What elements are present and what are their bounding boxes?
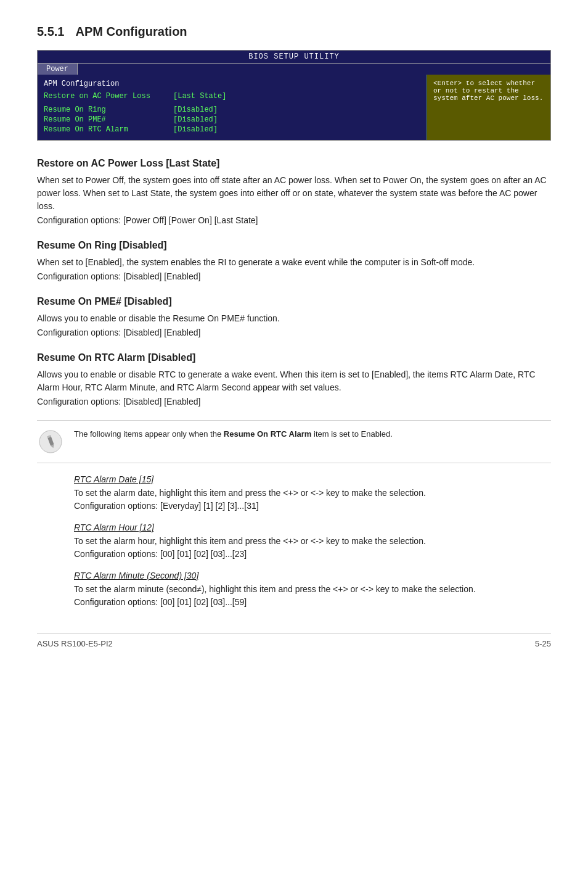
bios-section-label: APM Configuration: [44, 80, 420, 88]
bios-row-3[interactable]: Resume On RTC Alarm [Disabled]: [44, 125, 420, 134]
bios-row-1[interactable]: Resume On Ring [Disabled]: [44, 105, 420, 114]
rtc-alarm-hour-config: Configuration options: [00] [01] [02] [0…: [74, 548, 551, 561]
resume-ring-body: When set to [Enabled], the system enable…: [37, 256, 551, 269]
bios-row-1-label: Resume On Ring: [44, 105, 167, 114]
note-text-before: The following items appear only when the: [74, 429, 224, 439]
note-icon: [37, 428, 64, 455]
bios-setup-box: BIOS SETUP UTILITY Power APM Configurati…: [37, 50, 551, 141]
page-footer: ASUS RS100-E5-PI2 5-25: [37, 633, 551, 648]
bios-left-panel: APM Configuration Restore on AC Power Lo…: [38, 75, 427, 140]
footer-left: ASUS RS100-E5-PI2: [37, 639, 113, 648]
bios-row-3-label: Resume On RTC Alarm: [44, 125, 167, 134]
bios-right-panel: <Enter> to select whether or not to rest…: [427, 75, 550, 140]
section-resume-rtc: Resume On RTC Alarm [Disabled] Allows yo…: [37, 352, 551, 406]
section-resume-ring: Resume On Ring [Disabled] When set to [E…: [37, 240, 551, 281]
rtc-alarm-minute-title: RTC Alarm Minute (Second) [30]: [74, 571, 551, 580]
section-number: 5.5.1: [37, 25, 64, 39]
note-bold: Resume On RTC Alarm: [224, 429, 312, 439]
bios-header: BIOS SETUP UTILITY: [38, 51, 550, 63]
rtc-alarm-hour-body: To set the alarm hour, highlight this it…: [74, 535, 551, 548]
resume-pme-title: Resume On PME# [Disabled]: [37, 296, 551, 307]
bios-row-0-label: Restore on AC Power Loss: [44, 92, 167, 101]
bios-row-2-value: [Disabled]: [173, 115, 218, 124]
footer-right: 5-25: [535, 639, 551, 648]
sub-item-rtc-minute: RTC Alarm Minute (Second) [30] To set th…: [74, 571, 551, 609]
rtc-alarm-date-title: RTC Alarm Date [15]: [74, 474, 551, 484]
note-text-content: The following items appear only when the…: [74, 428, 393, 440]
resume-pme-body: Allows you to enable or disable the Resu…: [37, 312, 551, 325]
bios-row-2[interactable]: Resume On PME# [Disabled]: [44, 115, 420, 124]
resume-ring-title: Resume On Ring [Disabled]: [37, 240, 551, 251]
section-resume-pme: Resume On PME# [Disabled] Allows you to …: [37, 296, 551, 337]
pencil-icon: [38, 429, 63, 454]
rtc-alarm-hour-title: RTC Alarm Hour [12]: [74, 522, 551, 532]
sub-item-rtc-hour: RTC Alarm Hour [12] To set the alarm hou…: [74, 522, 551, 561]
restore-ac-config: Configuration options: [Power Off] [Powe…: [37, 215, 551, 225]
sub-item-rtc-date: RTC Alarm Date [15] To set the alarm dat…: [74, 474, 551, 513]
section-heading: 5.5.1 APM Configuration: [37, 25, 551, 39]
bios-tab-power[interactable]: Power: [38, 64, 78, 75]
bios-body: APM Configuration Restore on AC Power Lo…: [38, 75, 550, 140]
restore-ac-body: When set to Power Off, the system goes i…: [37, 174, 551, 213]
note-text-after: item is set to Enabled.: [311, 429, 393, 439]
bios-row-3-value: [Disabled]: [173, 125, 218, 134]
note-box: The following items appear only when the…: [37, 420, 551, 463]
rtc-alarm-minute-body: To set the alarm minute (second≠), highl…: [74, 583, 551, 596]
bios-row-0[interactable]: Restore on AC Power Loss [Last State]: [44, 92, 420, 101]
bios-help-text: <Enter> to select whether or not to rest…: [433, 80, 543, 102]
resume-ring-config: Configuration options: [Disabled] [Enabl…: [37, 271, 551, 281]
bios-row-2-label: Resume On PME#: [44, 115, 167, 124]
bios-row-0-value: [Last State]: [173, 92, 226, 101]
resume-rtc-title: Resume On RTC Alarm [Disabled]: [37, 352, 551, 363]
rtc-alarm-minute-config: Configuration options: [00] [01] [02] [0…: [74, 596, 551, 609]
resume-pme-config: Configuration options: [Disabled] [Enabl…: [37, 328, 551, 337]
bios-tab-row: Power: [38, 63, 550, 75]
rtc-alarm-date-body: To set the alarm date, highlight this it…: [74, 487, 551, 500]
page-title: APM Configuration: [75, 25, 187, 39]
restore-ac-title: Restore on AC Power Loss [Last State]: [37, 158, 551, 169]
resume-rtc-body: Allows you to enable or disable RTC to g…: [37, 368, 551, 394]
resume-rtc-config: Configuration options: [Disabled] [Enabl…: [37, 397, 551, 406]
bios-row-1-value: [Disabled]: [173, 105, 218, 114]
rtc-alarm-date-config: Configuration options: [Everyday] [1] [2…: [74, 500, 551, 513]
section-restore-ac: Restore on AC Power Loss [Last State] Wh…: [37, 158, 551, 225]
